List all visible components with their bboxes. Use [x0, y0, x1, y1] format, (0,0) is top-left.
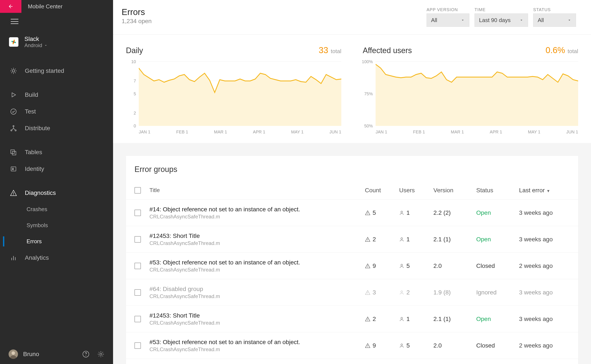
warning-icon [365, 210, 370, 216]
warning-icon [365, 263, 370, 269]
sidebar-item-identity[interactable]: Identity [0, 161, 113, 177]
sidebar-subitem-symbols[interactable]: Symbols [0, 217, 113, 233]
row-checkbox[interactable] [135, 342, 141, 349]
back-button[interactable] [0, 0, 21, 13]
chevron-down-icon [461, 18, 465, 22]
distribute-icon [10, 125, 17, 132]
sidebar-item-test[interactable]: Test [0, 103, 113, 120]
svg-point-21 [13, 195, 14, 195]
sidebar-item-label: Tables [25, 149, 42, 156]
error-last: 3 weeks ago [519, 316, 566, 322]
table-row[interactable]: #64: Disabled group CRLCrashAsyncSafeThr… [126, 279, 578, 306]
sidebar-item-label: Distribute [25, 125, 50, 132]
chevron-down-icon [519, 18, 524, 22]
error-status: Closed [476, 342, 519, 349]
error-version: 2.0 [433, 342, 476, 349]
app-selector[interactable]: Slack Android [0, 30, 113, 54]
filter-dropdown-time[interactable]: Last 90 days [474, 13, 528, 27]
error-last: 3 weeks ago [519, 209, 566, 216]
error-users: 5 [399, 342, 433, 349]
svg-line-8 [11, 69, 12, 69]
error-version: 2.1 (1) [433, 236, 476, 243]
column-version[interactable]: Version [433, 187, 476, 194]
sidebar-item-label: Analytics [25, 254, 49, 261]
svg-rect-17 [12, 151, 16, 155]
select-all-checkbox[interactable] [135, 187, 141, 194]
sidebar-subitem-crashes[interactable]: Crashes [0, 201, 113, 217]
check-circle-icon [10, 108, 17, 115]
sidebar-item-tables[interactable]: Tables [0, 144, 113, 161]
column-title[interactable]: Title [149, 187, 365, 194]
table-row[interactable]: #14: Object reference not set to an inst… [126, 200, 578, 226]
filter-dropdown-status[interactable]: All [533, 13, 576, 27]
warning-icon [365, 237, 370, 242]
error-file: CRLCrashAsyncSafeThread.m [149, 346, 365, 352]
sidebar-item-label: Test [25, 108, 36, 115]
sidebar-item-getting-started[interactable]: Getting started [0, 63, 113, 79]
help-icon[interactable] [82, 351, 90, 358]
error-last: 2 weeks ago [519, 262, 566, 269]
filter-status: STATUS All [533, 7, 576, 27]
row-checkbox[interactable] [135, 263, 141, 269]
chart-plot-affected: 50%75%100% JAN 1FEB 1MAR 1APR 1MAY 1JUN … [363, 62, 578, 135]
error-last: 3 weeks ago [519, 236, 566, 243]
user-icon [399, 343, 404, 348]
sidebar-item-diagnostics[interactable]: Diagnostics [0, 185, 113, 201]
filter-label: STATUS [533, 7, 576, 12]
hamburger-menu[interactable] [11, 19, 18, 24]
identity-icon [10, 165, 17, 173]
table-header: Title Count Users Version Status Last er… [126, 181, 578, 200]
sidebar-item-label: Getting started [25, 67, 64, 74]
error-file: CRLCrashAsyncSafeThread.m [149, 267, 365, 273]
table-row[interactable]: #53: Object reference not set to an inst… [126, 332, 578, 359]
sidebar-subitem-errors[interactable]: Errors [0, 233, 113, 249]
chart-value: 0.6% [546, 46, 565, 55]
row-checkbox[interactable] [135, 289, 141, 296]
app-platform: Android [24, 42, 48, 48]
error-count: 9 [365, 342, 399, 349]
row-checkbox[interactable] [135, 210, 141, 216]
column-count[interactable]: Count [365, 187, 399, 194]
error-last: 3 weeks ago [519, 289, 566, 296]
svg-point-39 [367, 293, 368, 294]
chevron-down-icon [567, 18, 572, 22]
analytics-icon [10, 254, 17, 261]
user-avatar[interactable] [9, 350, 18, 359]
row-checkbox[interactable] [135, 236, 141, 243]
app-logo-icon [9, 37, 18, 47]
table-row[interactable]: #12453: Short Title CRLCrashAsyncSafeThr… [126, 226, 578, 253]
error-file: CRLCrashAsyncSafeThread.m [149, 240, 365, 246]
play-icon [10, 91, 17, 98]
column-status[interactable]: Status [476, 187, 519, 194]
sun-icon [10, 67, 17, 75]
svg-point-14 [11, 130, 12, 131]
table-row[interactable]: #53: Object reference not set to an inst… [126, 253, 578, 279]
svg-point-40 [401, 291, 403, 292]
column-users[interactable]: Users [399, 187, 433, 194]
sidebar-item-label: Identity [25, 166, 44, 172]
filter-time: TIME Last 90 days [474, 7, 528, 27]
sidebar-item-analytics[interactable]: Analytics [0, 249, 113, 266]
chevron-down-icon [44, 44, 48, 47]
error-title: #14: Object reference not set to an inst… [149, 206, 365, 213]
error-users: 1 [399, 316, 433, 322]
svg-point-37 [401, 264, 403, 266]
svg-point-25 [12, 351, 15, 355]
svg-point-28 [100, 353, 102, 355]
error-count: 5 [365, 209, 399, 216]
error-groups-table: Title Count Users Version Status Last er… [126, 181, 578, 359]
sidebar-item-label: Build [25, 91, 38, 98]
table-row[interactable]: #12453: Short Title CRLCrashAsyncSafeThr… [126, 306, 578, 332]
error-groups-title: Error groups [126, 156, 578, 181]
gear-icon[interactable] [97, 351, 104, 358]
sidebar-item-build[interactable]: Build [0, 86, 113, 103]
sidebar-item-label: Errors [26, 238, 42, 245]
filter-dropdown-version[interactable]: All [427, 13, 469, 27]
column-last-error[interactable]: Last error▼ [519, 187, 566, 194]
sidebar-item-distribute[interactable]: Distribute [0, 120, 113, 136]
user-icon [399, 237, 404, 242]
warning-icon [365, 343, 370, 348]
error-count: 2 [365, 316, 399, 322]
svg-point-42 [367, 320, 368, 320]
row-checkbox[interactable] [135, 316, 141, 322]
